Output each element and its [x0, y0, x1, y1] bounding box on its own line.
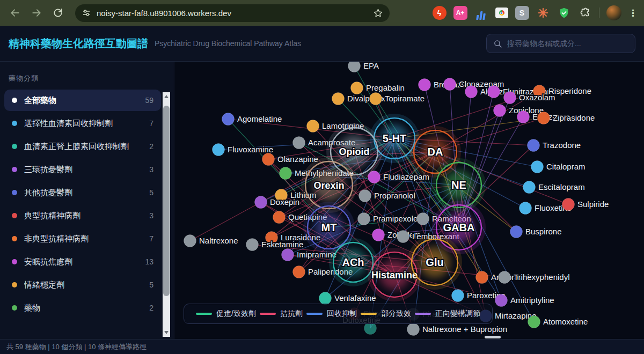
sidebar-item-[interactable]: 藥物2	[4, 297, 161, 319]
drug-node-naltrexone-bupropion[interactable]: Naltrexone + Bupropion	[407, 323, 508, 336]
drug-dot[interactable]	[319, 292, 332, 305]
sidebar-item-[interactable]: 非典型抗精神病劑7	[4, 228, 161, 249]
drug-dot[interactable]	[273, 211, 286, 224]
drug-dot[interactable]	[246, 239, 259, 251]
scroll-up-icon[interactable]	[163, 92, 170, 101]
drug-node-escitalopram[interactable]: Escitalopram	[523, 181, 585, 194]
sidebar-item-[interactable]: 三環抗憂鬱劑3	[4, 159, 161, 180]
drug-dot[interactable]	[465, 86, 478, 98]
starburst-extension-icon[interactable]	[536, 6, 550, 20]
drug-dot[interactable]	[531, 161, 544, 173]
drug-dot[interactable]	[528, 316, 540, 328]
drug-node-pregabalin[interactable]: Pregabalin	[351, 82, 405, 94]
sidebar-item-[interactable]: 安眠抗焦慮劑13	[4, 251, 161, 272]
drug-dot[interactable]	[444, 78, 456, 91]
extensions-puzzle-icon[interactable]	[578, 6, 592, 20]
drug-node-fludiazepam[interactable]: Fludiazepam	[368, 171, 429, 183]
drug-node-fluvoxamine[interactable]: Fluvoxamine	[213, 144, 274, 156]
drug-dot[interactable]	[293, 266, 305, 278]
browser-window-extension-icon[interactable]	[495, 8, 508, 18]
drug-dot[interactable]	[562, 198, 575, 211]
drug-node-doxepin[interactable]: Doxepin	[255, 196, 300, 209]
sidebar-item-[interactable]: 選擇性血清素回收抑制劑7	[4, 113, 161, 134]
address-bar[interactable]: noisy-star-faf8.u8901006.workers.dev	[75, 4, 390, 22]
drug-dot[interactable]	[255, 196, 267, 209]
drug-dot[interactable]	[397, 231, 409, 243]
drug-dot[interactable]	[517, 111, 530, 123]
browser-menu-icon[interactable]: ⋮	[628, 8, 638, 19]
drug-node-pramipexole[interactable]: Pramipexole	[358, 213, 418, 225]
drug-node-citalopram[interactable]: Citalopram	[531, 161, 586, 173]
drug-label: Naltrexone	[199, 236, 238, 245]
drug-dot[interactable]	[419, 79, 431, 91]
translate-extension-icon[interactable]: A+	[453, 6, 467, 20]
drug-dot[interactable]	[494, 105, 506, 117]
drug-dot[interactable]	[510, 226, 523, 238]
back-icon[interactable]	[6, 4, 24, 21]
drug-dot[interactable]	[488, 86, 500, 98]
stats-extension-icon[interactable]	[473, 6, 489, 20]
sidebar-item-[interactable]: 典型抗精神病劑3	[4, 205, 161, 226]
sidebar-item-[interactable]: 全部藥物59	[4, 90, 161, 111]
drug-dot[interactable]	[282, 249, 294, 261]
drug-dot[interactable]	[538, 112, 550, 124]
site-info-icon[interactable]	[82, 8, 91, 18]
drug-dot[interactable]	[348, 62, 361, 72]
drug-node-venlafaxine[interactable]: Venlafaxine	[319, 292, 376, 305]
drug-dot[interactable]	[528, 139, 540, 152]
shield-s-extension-icon[interactable]: S	[515, 6, 529, 20]
drug-node-agomelatine[interactable]: Agomelatine	[222, 113, 282, 126]
drug-node-topiramate[interactable]: Topiramate	[370, 93, 425, 105]
drug-node-trihexyphenidyl[interactable]: Trihexyphenidyl	[499, 271, 570, 284]
bookmark-star-icon[interactable]	[373, 8, 383, 18]
sidebar-item-[interactable]: 情緒穩定劑5	[4, 274, 161, 296]
search-input[interactable]	[507, 39, 628, 48]
sidebar-scrollbar[interactable]	[163, 92, 170, 337]
drug-dot[interactable]	[372, 229, 385, 241]
drug-dot[interactable]	[213, 144, 225, 156]
profile-avatar[interactable]	[606, 5, 621, 20]
scrollbar-thumb[interactable]	[163, 106, 170, 296]
drug-node-trazodone[interactable]: Trazodone	[528, 139, 581, 152]
drug-node-naltrexone[interactable]: Naltrexone	[184, 235, 238, 247]
adblock-shield-icon[interactable]	[557, 6, 571, 20]
drug-dot[interactable]	[370, 93, 382, 105]
drug-dot[interactable]	[351, 82, 363, 94]
drug-node-buspirone[interactable]: Buspirone	[510, 226, 562, 238]
drug-dot[interactable]	[293, 137, 305, 149]
forward-icon[interactable]	[28, 4, 45, 21]
drug-dot[interactable]	[280, 167, 292, 180]
drug-dot[interactable]	[407, 323, 420, 336]
category-label: 情緒穩定劑	[24, 280, 149, 290]
reload-icon[interactable]	[49, 4, 67, 21]
drug-dot[interactable]	[222, 113, 235, 126]
scroll-down-icon[interactable]	[163, 328, 170, 337]
drug-dot[interactable]	[307, 120, 319, 132]
drug-label: Citalopram	[546, 162, 586, 171]
bolt-extension-icon[interactable]: ϟ	[433, 6, 447, 20]
drug-dot[interactable]	[476, 271, 488, 284]
drug-dot[interactable]	[495, 294, 508, 307]
drug-dot[interactable]	[452, 290, 464, 302]
drug-dot[interactable]	[523, 181, 536, 194]
sidebar-item-[interactable]: 血清素正腎上腺素回收抑制劑2	[4, 136, 161, 157]
hub-node-da[interactable]: DA	[411, 128, 459, 176]
drug-dot[interactable]	[417, 213, 429, 225]
drug-node-epa[interactable]: EPA	[348, 62, 379, 72]
drug-dot[interactable]	[184, 235, 196, 247]
drug-dot[interactable]	[332, 93, 345, 105]
drug-dot[interactable]	[262, 153, 275, 166]
drug-dot[interactable]	[504, 92, 516, 104]
drug-dot[interactable]	[359, 190, 371, 202]
search-box[interactable]	[486, 34, 635, 53]
drug-node-ziprasidone[interactable]: Ziprasidone	[538, 112, 595, 124]
drug-node-oxazolam[interactable]: Oxazolam	[504, 92, 555, 104]
horizontal-scrollbar-thumb[interactable]	[485, 336, 501, 338]
drug-node-sulpiride[interactable]: Sulpiride	[562, 198, 609, 211]
sidebar-item-[interactable]: 其他抗憂鬱劑5	[4, 182, 161, 203]
drug-dot[interactable]	[358, 213, 370, 225]
drug-node-atomoxetine[interactable]: Atomoxetine	[528, 316, 588, 328]
drug-dot[interactable]	[519, 202, 532, 215]
drug-dot[interactable]	[499, 271, 511, 284]
drug-node-olanzapine[interactable]: Olanzapine	[262, 153, 318, 166]
